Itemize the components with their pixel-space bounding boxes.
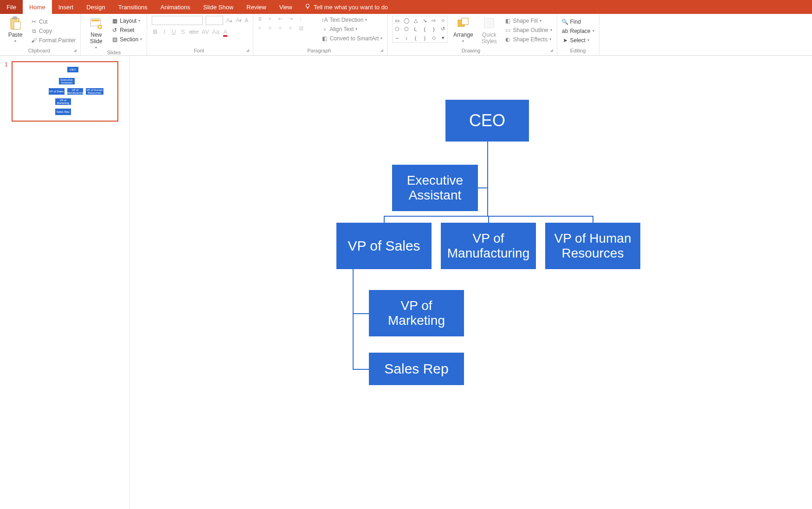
shadow-button[interactable]: S	[180, 28, 186, 36]
align-text-button[interactable]: ⫞ Align Text ▾	[321, 25, 382, 33]
bucket-icon: ◧	[504, 18, 511, 24]
replace-label: Replace	[570, 27, 591, 35]
outdent-icon[interactable]: ⇤	[278, 16, 286, 23]
tell-me-label: Tell me what you want to do	[314, 4, 388, 11]
tab-transitions[interactable]: Transitions	[112, 0, 154, 14]
align-center-icon[interactable]: ≡	[268, 25, 276, 32]
align-right-icon[interactable]: ≡	[278, 25, 286, 32]
tab-view[interactable]: View	[273, 0, 299, 14]
shape-outline-button[interactable]: ▭ Shape Outline ▾	[504, 26, 552, 34]
select-button[interactable]: ➤ Select ▾	[562, 36, 594, 45]
slide-thumbnail-pane[interactable]: 1 CEO Executive Assistant VP of Sales VP…	[0, 56, 130, 509]
group-clipboard-label: Clipboard	[28, 48, 50, 53]
org-node-vph[interactable]: VP of Human Resources	[545, 223, 640, 269]
tell-me-search[interactable]: Tell me what you want to do	[299, 0, 388, 14]
format-painter-button[interactable]: 🖌 Format Painter	[31, 36, 76, 45]
thumb-node-ea: Executive Assistant	[59, 78, 75, 84]
new-slide-button[interactable]: New Slide ▾	[85, 16, 107, 50]
chevron-down-icon: ▾	[355, 25, 357, 33]
org-node-ceo[interactable]: CEO	[445, 100, 529, 142]
org-node-rep[interactable]: Sales Rep	[369, 353, 464, 385]
arrange-icon	[456, 16, 470, 31]
layout-button[interactable]: ▦ Layout ▾	[111, 17, 142, 25]
org-node-vmk[interactable]: VP of Marketing	[369, 290, 464, 336]
underline-button[interactable]: U	[170, 28, 177, 36]
svg-rect-8	[462, 18, 468, 25]
dialog-launcher-icon[interactable]: ◢	[73, 48, 77, 52]
font-size-combo[interactable]	[206, 16, 223, 25]
convert-smartart-label: Convert to SmartArt	[329, 34, 379, 43]
reset-label: Reset	[120, 26, 134, 34]
decrease-font-icon[interactable]: A▾	[235, 17, 242, 24]
format-painter-label: Format Painter	[39, 36, 76, 45]
replace-button[interactable]: ab Replace ▾	[562, 27, 594, 35]
case-button[interactable]: Aa	[212, 28, 219, 36]
justify-icon[interactable]: ≡	[289, 25, 296, 32]
columns-icon[interactable]: ▥	[299, 25, 306, 32]
svg-rect-3	[14, 22, 20, 29]
slide-canvas[interactable]: CEO Executive Assistant VP of Sales VP o…	[130, 56, 812, 509]
thumb-node-vph: VP of Human Resources	[86, 88, 103, 95]
group-paragraph-label: Paragraph	[307, 48, 331, 53]
text-direction-button[interactable]: ↕A Text Direction ▾	[321, 16, 382, 24]
cut-label: Cut	[39, 18, 48, 26]
dialog-launcher-icon[interactable]: ◢	[550, 48, 553, 52]
shape-effects-button[interactable]: ◐ Shape Effects ▾	[504, 35, 552, 44]
tab-file[interactable]: File	[0, 0, 23, 14]
group-font-label: Font	[194, 48, 204, 53]
paste-label: Paste	[8, 32, 23, 38]
align-left-icon[interactable]: ≡	[258, 25, 265, 32]
chevron-down-icon: ▾	[14, 39, 16, 43]
arrange-label: Arrange	[453, 32, 473, 38]
connector	[488, 216, 489, 223]
replace-icon: ab	[562, 28, 568, 34]
thumb-node-rep: Sales Rep	[55, 109, 71, 115]
dialog-launcher-icon[interactable]: ◢	[380, 48, 383, 52]
convert-smartart-button[interactable]: ◧ Convert to SmartArt ▾	[321, 34, 382, 43]
ribbon: Paste ▾ ✂ Cut ⧉ Copy 🖌 Format Painter Cl…	[0, 14, 812, 56]
connector	[384, 216, 385, 223]
strike-button[interactable]: abc	[189, 28, 199, 36]
quick-styles-icon	[482, 16, 496, 31]
thumb-node-vpm: VP of Manufacturing	[67, 88, 83, 95]
font-color-button[interactable]: A	[222, 28, 229, 36]
numbering-icon[interactable]: ≡	[268, 16, 276, 23]
tab-design[interactable]: Design	[80, 0, 111, 14]
thumb-node-vps: VP of Sales	[49, 88, 64, 95]
align-text-label: Align Text	[329, 25, 354, 33]
tab-review[interactable]: Review	[240, 0, 273, 14]
group-slides: New Slide ▾ ▦ Layout ▾ ↺ Reset ▤ Section…	[81, 14, 147, 55]
increase-font-icon[interactable]: A▴	[226, 17, 232, 24]
arrange-button[interactable]: Arrange ▾	[452, 16, 474, 43]
org-node-vps[interactable]: VP of Sales	[336, 223, 432, 269]
dialog-launcher-icon[interactable]: ◢	[246, 48, 249, 52]
slide-thumbnail-1[interactable]: CEO Executive Assistant VP of Sales VP o…	[12, 61, 118, 122]
find-button[interactable]: 🔍 Find	[562, 18, 594, 26]
tab-animations[interactable]: Animations	[154, 0, 197, 14]
font-family-combo[interactable]	[152, 16, 203, 25]
clear-format-icon[interactable]: A̶	[245, 17, 248, 24]
cut-button[interactable]: ✂ Cut	[31, 18, 76, 26]
chevron-down-icon: ▾	[540, 17, 541, 25]
shapes-gallery[interactable]: ▭◯△↘⇨☆ ⬠⬡L{}↺ ↔↕()◇▾	[392, 16, 448, 43]
bold-button[interactable]: B	[152, 28, 158, 36]
org-node-ea[interactable]: Executive Assistant	[392, 165, 478, 211]
tab-slideshow[interactable]: Slide Show	[197, 0, 240, 14]
org-node-vpm[interactable]: VP of Manufacturing	[441, 223, 536, 269]
bullets-icon[interactable]: ≣	[258, 16, 265, 23]
tab-insert[interactable]: Insert	[52, 0, 80, 14]
line-spacing-icon[interactable]: ↕	[299, 16, 306, 23]
indent-icon[interactable]: ⇥	[289, 16, 296, 23]
layout-label: Layout	[120, 17, 136, 25]
connector	[353, 369, 369, 370]
paste-button[interactable]: Paste ▾	[5, 16, 26, 43]
quick-styles-button[interactable]: Quick Styles	[478, 16, 500, 45]
lightbulb-icon	[304, 3, 311, 11]
tab-home[interactable]: Home	[23, 0, 52, 14]
copy-button[interactable]: ⧉ Copy	[31, 27, 76, 35]
spacing-button[interactable]: AV	[201, 28, 209, 36]
section-button[interactable]: ▤ Section ▾	[111, 35, 142, 44]
shape-fill-button[interactable]: ◧ Shape Fill ▾	[504, 17, 552, 25]
italic-button[interactable]: I	[161, 28, 168, 36]
reset-button[interactable]: ↺ Reset	[111, 26, 142, 34]
